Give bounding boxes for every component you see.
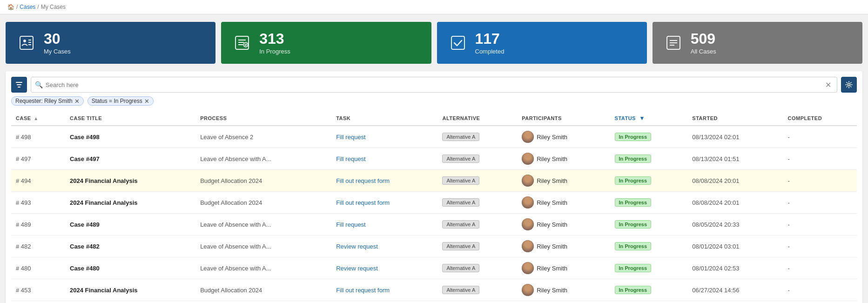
my-cases-icon [17, 33, 36, 53]
filter-tags: Requester: Riley Smith ✕ Status = In Pro… [11, 96, 857, 106]
completed-icon [448, 33, 468, 53]
stat-card-completed[interactable]: 117 Completed [437, 22, 647, 64]
cell-participants: Riley Smith [517, 170, 610, 192]
cell-completed: - [783, 214, 857, 236]
avatar [522, 240, 534, 252]
stat-card-my-cases[interactable]: 30 My Cases [6, 22, 215, 64]
stat-card-in-progress[interactable]: 313 In Progress [221, 22, 431, 64]
breadcrumb-cases[interactable]: Cases [20, 4, 35, 10]
task-link[interactable]: Fill out request form [336, 287, 390, 294]
filter-tag-requester-close[interactable]: ✕ [74, 98, 80, 104]
cell-started: 08/01/2024 03:01 [687, 236, 783, 257]
col-case[interactable]: CASE ▲ [11, 111, 65, 126]
in-progress-number: 313 [259, 31, 290, 46]
status-badge: In Progress [615, 220, 652, 229]
my-cases-number: 30 [44, 31, 71, 46]
col-task: TASK [331, 111, 437, 126]
table-row[interactable]: # 494 2024 Financial Analysis Budget All… [11, 170, 857, 192]
col-alternative: ALTERNATIVE [437, 111, 517, 126]
avatar [522, 131, 534, 143]
cell-case-title: Case #498 [65, 126, 195, 148]
alternative-badge: Alternative A [442, 198, 479, 207]
cell-task[interactable]: Fill request [331, 148, 437, 170]
participant-name: Riley Smith [537, 199, 567, 206]
stat-card-all-cases[interactable]: 509 All Cases [653, 22, 862, 64]
svg-rect-16 [17, 84, 21, 85]
status-badge: In Progress [615, 155, 652, 163]
col-participants: PARTICIPANTS [517, 111, 610, 126]
cell-alternative: Alternative A [437, 170, 517, 192]
avatar [522, 153, 534, 165]
search-input[interactable] [46, 81, 823, 88]
cell-process: Leave of Absence with A... [195, 257, 331, 279]
alternative-badge: Alternative A [442, 176, 479, 185]
cell-process: Budget Allocation 2024 [195, 170, 331, 192]
participant-cell: Riley Smith [522, 218, 605, 230]
task-link[interactable]: Fill request [336, 155, 366, 162]
filter-tag-status-label: Status = In Progress [92, 98, 142, 104]
cell-started: 08/05/2024 20:33 [687, 214, 783, 236]
cell-task[interactable]: Review request [331, 257, 437, 279]
col-process: PROCESS [195, 111, 331, 126]
cell-case-num: # 482 [11, 236, 65, 257]
cell-status: In Progress [610, 214, 688, 236]
home-icon[interactable]: 🏠 [7, 4, 14, 10]
cell-started: 08/08/2024 20:01 [687, 192, 783, 214]
alternative-badge: Alternative A [442, 264, 479, 272]
cell-task[interactable]: Fill out request form [331, 279, 437, 301]
cell-started: 08/01/2024 02:53 [687, 257, 783, 279]
table-row[interactable]: # 453 2024 Financial Analysis Budget All… [11, 279, 857, 301]
participant-cell: Riley Smith [522, 262, 605, 274]
cell-alternative: Alternative A [437, 148, 517, 170]
cell-task[interactable]: Review request [331, 236, 437, 257]
cell-case-title: Case #497 [65, 148, 195, 170]
cell-case-title: Case #480 [65, 257, 195, 279]
col-title: CASE TITLE [65, 111, 195, 126]
table-row[interactable]: # 497 Case #497 Leave of Absence with A.… [11, 148, 857, 170]
task-link[interactable]: Fill request [336, 134, 366, 141]
cell-task[interactable]: Fill request [331, 214, 437, 236]
cell-completed: - [783, 257, 857, 279]
task-link[interactable]: Fill out request form [336, 199, 390, 206]
cell-task[interactable]: Fill out request form [331, 170, 437, 192]
table-row[interactable]: # 480 Case #480 Leave of Absence with A.… [11, 257, 857, 279]
participant-name: Riley Smith [537, 287, 567, 294]
table-row[interactable]: # 489 Case #489 Leave of Absence with A.… [11, 214, 857, 236]
col-status[interactable]: STATUS ▼ [610, 111, 688, 126]
search-settings-button[interactable] [841, 77, 857, 93]
in-progress-label: In Progress [259, 48, 290, 55]
participant-name: Riley Smith [537, 134, 567, 141]
alternative-badge: Alternative A [442, 242, 479, 250]
participant-cell: Riley Smith [522, 284, 605, 296]
status-badge: In Progress [615, 176, 652, 185]
filter-tag-status-close[interactable]: ✕ [144, 98, 149, 104]
cell-alternative: Alternative A [437, 279, 517, 301]
table-header-row: CASE ▲ CASE TITLE PROCESS TASK ALTERNATI… [11, 111, 857, 126]
participant-cell: Riley Smith [522, 175, 605, 187]
cell-task[interactable]: Fill request [331, 126, 437, 148]
task-link[interactable]: Fill out request form [336, 177, 390, 184]
breadcrumb: 🏠 / Cases / My Cases [0, 0, 868, 14]
table-row[interactable]: # 482 Case #482 Leave of Absence with A.… [11, 236, 857, 257]
task-link[interactable]: Review request [336, 265, 378, 272]
cell-started: 08/08/2024 20:01 [687, 170, 783, 192]
status-badge: In Progress [615, 198, 652, 207]
search-clear-button[interactable]: ✕ [823, 81, 833, 89]
cell-completed: - [783, 170, 857, 192]
avatar [522, 218, 534, 230]
breadcrumb-separator: / [16, 4, 18, 10]
task-link[interactable]: Review request [336, 243, 378, 250]
cell-task[interactable]: Fill out request form [331, 192, 437, 214]
task-link[interactable]: Fill request [336, 221, 366, 228]
cell-status: In Progress [610, 257, 688, 279]
search-toggle-button[interactable] [11, 77, 27, 93]
cell-status: In Progress [610, 192, 688, 214]
alternative-badge: Alternative A [442, 133, 479, 141]
cell-participants: Riley Smith [517, 257, 610, 279]
table-row[interactable]: # 493 2024 Financial Analysis Budget All… [11, 192, 857, 214]
table-row[interactable]: # 498 Case #498 Leave of Absence 2 Fill … [11, 126, 857, 148]
cell-started: 08/13/2024 02:01 [687, 126, 783, 148]
all-cases-label: All Cases [691, 48, 716, 55]
cell-status: In Progress [610, 126, 688, 148]
cell-completed: - [783, 148, 857, 170]
